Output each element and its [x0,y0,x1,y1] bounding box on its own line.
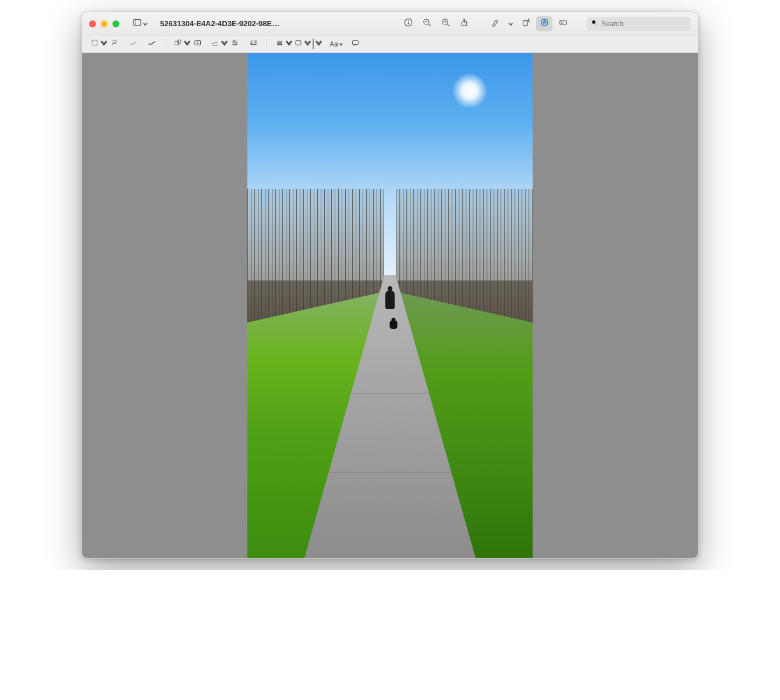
svg-rect-40 [296,41,301,45]
search-icon [591,19,598,28]
sketch-tool[interactable] [125,38,140,51]
sign-tool[interactable] [208,38,224,51]
titlebar: 52631304-E4A2-4D3E-9202-98E… [82,12,698,35]
border-icon [294,38,303,49]
svg-point-34 [235,42,236,43]
markup-toolbar: Aa [82,35,698,53]
svg-point-23 [112,41,113,42]
svg-rect-14 [523,21,527,26]
photo-figure-dog [390,321,398,329]
instant-alpha-icon [110,38,119,49]
rotate-button[interactable] [517,16,534,31]
draw-icon [147,38,156,49]
svg-point-27 [178,40,181,44]
annotate-icon [351,38,360,49]
svg-line-21 [595,24,597,26]
instant-alpha-tool[interactable] [107,38,122,51]
svg-point-20 [592,20,595,24]
form-icon [558,17,568,30]
svg-point-33 [233,40,234,41]
rotate-icon [521,17,531,30]
text-style-tool[interactable]: Aa [329,38,344,51]
svg-point-25 [115,40,116,41]
share-button[interactable] [456,16,472,31]
photo-figure-person [385,290,395,309]
photo-sun [452,73,487,108]
crop-size-tool[interactable] [246,38,261,51]
photo-sky [247,53,533,280]
window-controls [89,20,119,27]
adjust-icon [231,38,239,49]
selection-icon [90,38,99,49]
svg-rect-22 [92,40,97,45]
toolbar-divider [267,39,267,49]
canvas-area[interactable] [82,53,698,558]
border-color-tool[interactable] [292,38,307,51]
close-button[interactable] [89,20,96,27]
shapes-icon [173,38,182,49]
zoom-in-button[interactable] [437,16,453,31]
sketch-icon [129,38,137,49]
zoom-button[interactable] [112,20,119,27]
fill-color-tool[interactable] [310,38,325,51]
sidebar-toggle[interactable] [130,16,152,31]
svg-rect-0 [133,20,141,26]
highlight-icon [491,17,501,30]
shapes-tool[interactable] [171,38,186,51]
line-style-tool[interactable] [273,38,288,51]
chevron-down-icon [508,19,513,29]
image-viewport[interactable] [247,53,533,558]
toolbar-divider [165,39,165,49]
svg-line-9 [446,24,449,26]
svg-line-6 [428,24,430,26]
chevron-down-icon [143,19,148,29]
chevron-down-icon [339,40,343,48]
zoom-out-icon [422,17,432,30]
font-label: Aa [329,40,338,48]
markup-icon [540,17,549,30]
text-tool[interactable] [190,38,205,51]
adjust-color-tool[interactable] [227,38,242,51]
highlight-button[interactable] [487,16,504,31]
sign-icon [211,38,219,49]
window-title: 52631304-E4A2-4D3E-9202-98E… [158,19,394,28]
crop-icon [249,38,258,49]
chevron-down-icon [314,38,323,49]
search-field[interactable] [586,17,691,31]
svg-rect-41 [352,41,358,45]
fill-swatch [313,39,314,49]
sidebar-icon [132,17,142,30]
highlight-menu[interactable] [506,16,515,31]
svg-point-35 [233,44,235,45]
text-icon [193,38,202,49]
svg-point-24 [114,40,115,41]
annotate-tool[interactable] [348,38,363,51]
info-icon [403,17,413,30]
selection-tool[interactable] [88,38,103,51]
preview-window: 52631304-E4A2-4D3E-9202-98E… [81,12,699,559]
zoom-out-button[interactable] [419,16,435,31]
search-input[interactable] [601,20,686,28]
share-icon [459,17,469,30]
info-button[interactable] [400,16,416,31]
svg-rect-36 [251,41,256,44]
markup-button[interactable] [536,16,552,31]
svg-rect-17 [559,20,566,24]
svg-point-4 [408,20,409,21]
minimize-button[interactable] [101,20,108,27]
zoom-in-icon [441,17,451,30]
form-button[interactable] [555,16,571,31]
line-style-icon [275,38,284,49]
draw-tool[interactable] [144,38,159,51]
